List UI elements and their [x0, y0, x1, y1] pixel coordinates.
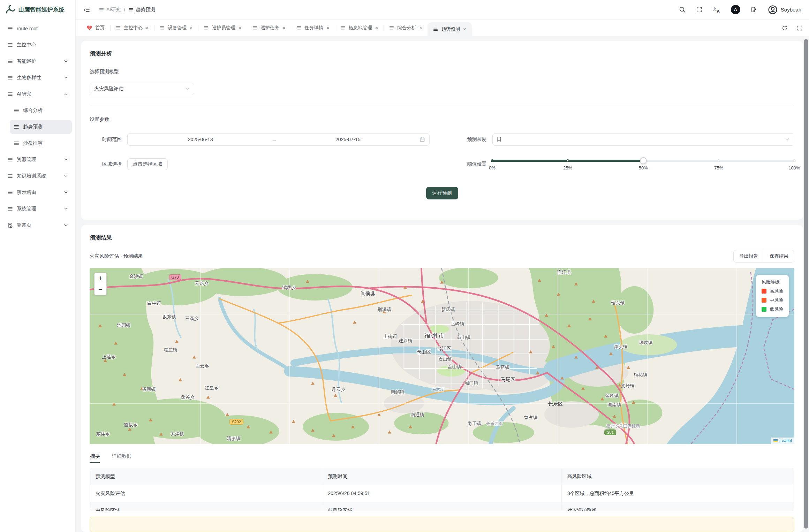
tab-patrol-tasks[interactable]: 巡护任务 × — [247, 20, 291, 36]
breadcrumb: AI研究 / 趋势预测 — [99, 7, 155, 13]
chevron-down-icon — [64, 76, 68, 80]
tab-label: 任务详情 — [304, 25, 323, 31]
table-header-cell: 建议巡护路线 — [562, 502, 794, 511]
fullscreen-icon[interactable] — [696, 6, 703, 13]
breadcrumb-label: AI研究 — [106, 7, 121, 13]
tab-summary[interactable]: 摘要 — [90, 452, 101, 464]
close-icon[interactable]: × — [375, 25, 378, 30]
chevron-up-icon — [64, 92, 68, 96]
close-icon[interactable]: × — [419, 25, 422, 30]
breadcrumb-item[interactable]: AI研究 — [99, 7, 121, 13]
legend-item: 高风险 — [762, 288, 783, 294]
range-arrow: → — [272, 137, 277, 142]
granularity-select[interactable]: 日 — [492, 133, 795, 146]
scrollbar-thumb[interactable] — [804, 39, 808, 529]
slider-handle[interactable] — [640, 157, 647, 164]
chevron-down-icon — [64, 190, 68, 195]
theme-skin-icon[interactable] — [751, 6, 757, 13]
tab-detailed-data[interactable]: 详细数据 — [111, 452, 132, 464]
sidebar-item-label: route.root — [17, 26, 38, 31]
fullscreen-content-icon[interactable] — [797, 25, 803, 31]
sidebar-item-biodiversity[interactable]: 生物多样性 — [3, 71, 72, 85]
sidebar-item-sandbox-simulation[interactable]: 沙盘推演 — [10, 136, 72, 150]
granularity-row: 预测粒度 日 — [455, 133, 795, 146]
params-form: 时间范围 2025-06-13 → 2025-07-15 预测粒度 日 — [90, 133, 794, 172]
granularity-value: 日 — [497, 136, 502, 143]
menu-icon — [7, 26, 13, 31]
tab-task-detail[interactable]: 任务详情 × — [291, 20, 335, 36]
tab-control-center[interactable]: 主控中心 × — [110, 20, 154, 36]
tab-label: 巡护任务 — [260, 25, 279, 31]
scrollbar[interactable] — [803, 36, 809, 532]
tab-trend-prediction[interactable]: 趋势预测 × — [428, 22, 471, 36]
zoom-out-button[interactable]: − — [94, 284, 106, 295]
sidebar-item-system-management[interactable]: 系统管理 — [3, 202, 72, 216]
sidebar-item-resource-management[interactable]: 资源管理 — [3, 153, 72, 167]
tab-habitat-management[interactable]: 栖息地管理 × — [335, 20, 384, 36]
sidebar-item-control-center[interactable]: 主控中心 — [3, 38, 72, 52]
risk-map[interactable]: 金沙镇G70云龙乡鸿尾乡闽侯县荆溪镇新店镇连江县白中镇坂东镇三溪乡池园镇塔庄镇上… — [90, 268, 794, 444]
sidebar-item-ai-research[interactable]: AI研究 — [3, 87, 72, 101]
user-menu[interactable]: Soybean — [768, 5, 801, 15]
language-translate-icon[interactable]: 文 A — [713, 6, 720, 13]
date-range-picker[interactable]: 2025-06-13 → 2025-07-15 — [127, 133, 430, 146]
date-start-value[interactable]: 2025-06-13 — [132, 137, 269, 142]
search-icon[interactable] — [679, 6, 686, 13]
sidebar-item-route-root[interactable]: route.root — [3, 22, 72, 36]
date-end-value[interactable]: 2025-07-15 — [279, 137, 416, 142]
sidebar-item-knowledge-training[interactable]: 知识培训系统 — [3, 169, 72, 183]
sidebar-item-smart-patrol[interactable]: 智能巡护 — [3, 54, 72, 68]
legend-title: 风险等级 — [762, 279, 783, 285]
main-area: AI研究 / 趋势预测 文 A A So — [76, 0, 809, 532]
close-icon[interactable]: × — [239, 25, 241, 30]
calendar-icon — [419, 137, 425, 142]
legend-label: 中风险 — [770, 297, 783, 303]
menu-icon — [296, 25, 301, 30]
refresh-icon[interactable] — [782, 25, 788, 31]
app-title: 山鹰智能巡护系统 — [18, 6, 65, 14]
model-select[interactable]: 火灾风险评估 — [90, 83, 194, 95]
theme-mode-icon[interactable]: A — [731, 5, 740, 14]
menu-icon — [7, 190, 13, 195]
sidebar-item-exception-pages[interactable]: 异常页 — [3, 218, 72, 232]
app-root: 山鹰智能巡护系统 route.root 主控中心 智能巡护 生物多样性 — [0, 0, 809, 532]
close-icon[interactable]: × — [326, 25, 329, 30]
close-icon[interactable]: × — [463, 27, 466, 32]
sidebar-item-demo-routes[interactable]: 演示路由 — [3, 185, 72, 199]
close-icon[interactable]: × — [190, 25, 192, 30]
tab-home[interactable]: 首页 — [81, 20, 110, 36]
sidebar-item-label: AI研究 — [17, 91, 31, 97]
sidebar-item-comprehensive-analysis[interactable]: 综合分析 — [10, 104, 72, 117]
map-legend: 风险等级 高风险 中风险 — [756, 275, 789, 317]
zoom-in-button[interactable]: + — [94, 273, 106, 284]
run-prediction-button[interactable]: 运行预测 — [426, 187, 458, 199]
sidebar-collapse-icon[interactable] — [83, 7, 90, 13]
map-attribution[interactable]: Leaflet — [771, 438, 794, 444]
menu-icon — [433, 27, 438, 32]
table-row: 预测模型 预测时间 高风险区域 — [90, 468, 794, 485]
legend-label: 低风险 — [770, 306, 783, 312]
model-select-value: 火灾风险评估 — [94, 86, 123, 92]
breadcrumb-item-current[interactable]: 趋势预测 — [128, 7, 155, 13]
eagle-logo-icon — [5, 5, 15, 15]
tab-device-management[interactable]: 设备管理 × — [154, 20, 198, 36]
run-row: 运行预测 — [90, 187, 794, 199]
save-results-button[interactable]: 保存结果 — [764, 250, 794, 263]
sidebar-item-trend-prediction[interactable]: 趋势预测 — [10, 120, 72, 134]
close-icon[interactable]: × — [282, 25, 285, 30]
threshold-slider[interactable]: 0% 25% 50% 75% 100% — [492, 156, 795, 172]
granularity-label: 预测粒度 — [455, 136, 487, 143]
tab-label: 综合分析 — [397, 25, 416, 31]
menu-icon — [14, 140, 19, 146]
export-report-button[interactable]: 导出报告 — [733, 250, 764, 263]
close-icon[interactable]: × — [146, 25, 149, 30]
tab-ranger-management[interactable]: 巡护员管理 × — [198, 20, 247, 36]
sidebar-item-label: 演示路由 — [17, 189, 36, 196]
app-logo[interactable]: 山鹰智能巡护系统 — [0, 0, 75, 20]
region-select-button[interactable]: 点击选择区域 — [127, 158, 168, 170]
sidebar-item-label: 系统管理 — [17, 206, 36, 212]
region-row: 区域选择 点击选择区域 — [90, 156, 430, 172]
menu-icon — [7, 173, 13, 179]
tab-bar: 首页 主控中心 × 设备管理 × 巡护员管理 × — [76, 20, 809, 36]
tab-comprehensive-analysis[interactable]: 综合分析 × — [384, 20, 428, 36]
